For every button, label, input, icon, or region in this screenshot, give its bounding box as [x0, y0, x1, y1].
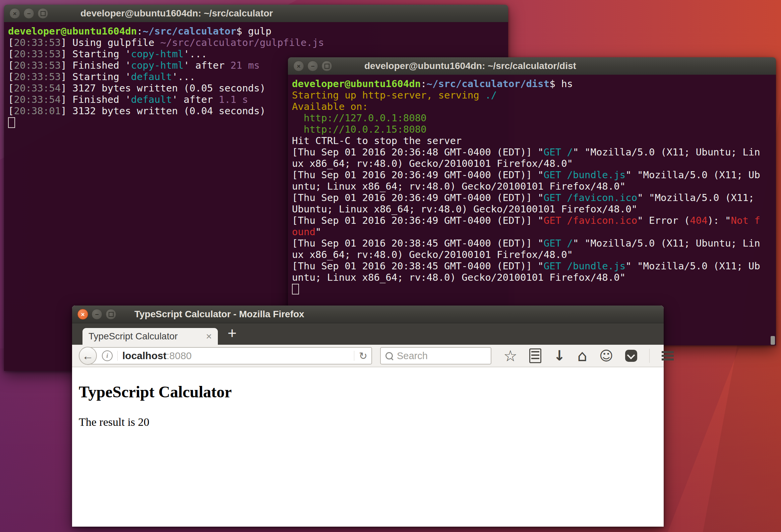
terminal-line: developer@ubuntu1604dn:~/src/calculator/…: [292, 78, 773, 89]
terminal-line: ound": [292, 226, 773, 237]
close-icon[interactable]: ×: [293, 61, 304, 71]
url-host: localhost: [122, 350, 167, 361]
maximize-icon[interactable]: [38, 8, 48, 19]
search-input[interactable]: Search: [380, 347, 491, 364]
ubuntu-desktop: { "wallpaper": {"purple": "#7a2f68", "cr…: [0, 0, 781, 532]
terminal-line: [Thu Sep 01 2016 20:36:48 GMT-0400 (EDT)…: [292, 146, 773, 158]
minimize-icon[interactable]: −: [24, 8, 34, 19]
terminal-line: [Thu Sep 01 2016 20:36:49 GMT-0400 (EDT)…: [292, 192, 773, 203]
terminal-line: Starting up http-server, serving ./: [292, 89, 773, 101]
terminal-cursor: [8, 117, 15, 128]
terminal-line: [Thu Sep 01 2016 20:38:45 GMT-0400 (EDT)…: [292, 237, 773, 249]
terminal-line: [20:33:53] Using gulpfile ~/src/calculat…: [8, 37, 505, 48]
window-title: developer@ubuntu1604dn: ~/src/calculator…: [364, 61, 576, 71]
maximize-icon[interactable]: [322, 61, 332, 71]
tab-label: TypeScript Calculator: [88, 331, 201, 342]
terminal1-titlebar[interactable]: × − developer@ubuntu1604dn: ~/src/calcul…: [4, 5, 508, 23]
tab-typescript-calculator[interactable]: TypeScript Calculator ×: [82, 328, 218, 345]
page-content: TypeScript Calculator The result is 20: [72, 367, 664, 527]
url-text: localhost:8080: [122, 350, 192, 361]
back-arrow-icon: ←: [82, 349, 93, 362]
minimize-icon[interactable]: −: [91, 309, 102, 320]
minimize-icon[interactable]: −: [307, 61, 318, 71]
divider: [354, 351, 354, 361]
terminal-line: [Thu Sep 01 2016 20:36:49 GMT-0400 (EDT)…: [292, 215, 773, 226]
terminal-line: http://10.0.2.15:8080: [292, 124, 773, 135]
site-info-icon[interactable]: i: [102, 350, 113, 361]
terminal-line: [Thu Sep 01 2016 20:38:45 GMT-0400 (EDT)…: [292, 260, 773, 272]
hello-chat-icon[interactable]: ☺: [599, 349, 613, 362]
terminal2-output[interactable]: developer@ubuntu1604dn:~/src/calculator/…: [288, 75, 776, 345]
terminal-window-http-server: × − developer@ubuntu1604dn: ~/src/calcul…: [288, 57, 776, 345]
terminal2-titlebar[interactable]: × − developer@ubuntu1604dn: ~/src/calcul…: [288, 57, 776, 75]
url-bar[interactable]: i localhost:8080 ↻: [88, 347, 372, 364]
home-icon[interactable]: ⌂: [577, 348, 587, 363]
terminal-line: untu; Linux x86_64; rv:48.0) Gecko/20100…: [292, 272, 773, 283]
terminal-line: Ubuntu; Linux x86_64; rv:48.0) Gecko/201…: [292, 203, 773, 215]
navigation-toolbar: ← i localhost:8080 ↻ Search ☆ ↓ ⌂ ☺: [72, 345, 664, 367]
terminal-line: ux x86_64; rv:48.0) Gecko/20100101 Firef…: [292, 158, 773, 169]
window-title: developer@ubuntu1604dn: ~/src/calculator: [80, 8, 273, 19]
terminal-line: developer@ubuntu1604dn:~/src/calculator$…: [8, 26, 505, 37]
scrollbar-thumb[interactable]: [771, 336, 775, 345]
tab-strip: TypeScript Calculator × +: [72, 323, 664, 345]
close-icon[interactable]: ×: [77, 309, 88, 320]
pocket-icon[interactable]: [625, 350, 637, 362]
reload-button[interactable]: ↻: [349, 350, 367, 362]
new-tab-button[interactable]: +: [228, 324, 237, 342]
bookmark-star-icon[interactable]: ☆: [503, 348, 517, 363]
terminal-line: untu; Linux x86_64; rv:48.0) Gecko/20100…: [292, 181, 773, 192]
terminal-line: Available on:: [292, 101, 773, 112]
terminal-cursor: [292, 284, 299, 295]
terminal-line: ux x86_64; rv:48.0) Gecko/20100101 Firef…: [292, 249, 773, 260]
page-result-text: The result is 20: [79, 416, 664, 429]
terminal-line: [Thu Sep 01 2016 20:36:49 GMT-0400 (EDT)…: [292, 169, 773, 181]
search-placeholder: Search: [397, 350, 428, 361]
maximize-icon[interactable]: [106, 309, 116, 320]
page-heading: TypeScript Calculator: [79, 383, 664, 401]
bookmarks-menu-icon[interactable]: [529, 348, 541, 363]
firefox-window: × − TypeScript Calculator - Mozilla Fire…: [72, 306, 664, 527]
firefox-titlebar[interactable]: × − TypeScript Calculator - Mozilla Fire…: [72, 306, 664, 323]
terminal-line: http://127.0.0.1:8080: [292, 112, 773, 124]
window-title: TypeScript Calculator - Mozilla Firefox: [134, 309, 304, 320]
tab-close-icon[interactable]: ×: [206, 331, 212, 342]
divider: [649, 349, 650, 363]
url-port: :8080: [167, 350, 192, 361]
reload-icon: ↻: [359, 350, 367, 362]
toolbar-icons: ☆ ↓ ⌂ ☺: [503, 348, 674, 363]
menu-hamburger-icon[interactable]: [662, 351, 674, 360]
close-icon[interactable]: ×: [9, 8, 20, 19]
downloads-icon[interactable]: ↓: [553, 349, 565, 363]
terminal-line: Hit CTRL-C to stop the server: [292, 135, 773, 146]
search-icon: [385, 352, 393, 359]
divider: [117, 351, 118, 361]
terminal-line: [292, 283, 773, 295]
back-button[interactable]: ←: [79, 347, 97, 365]
